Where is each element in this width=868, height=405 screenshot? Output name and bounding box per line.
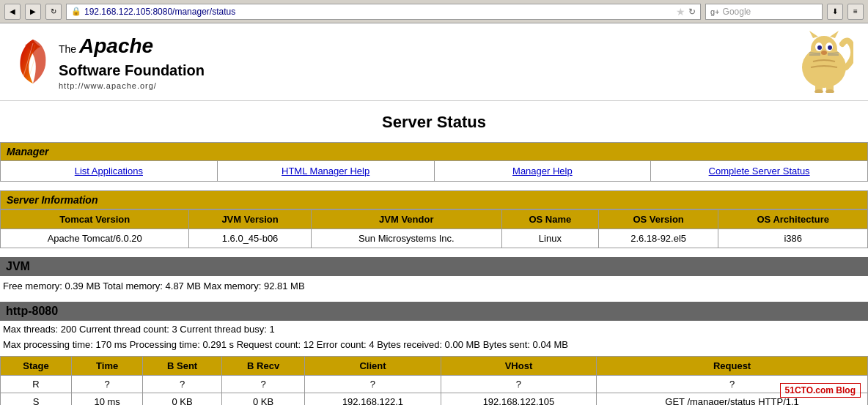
col-stage: Stage bbox=[1, 357, 72, 376]
browser-chrome: ◀ ▶ ↻ 🔒 192.168.122.105:8080/manager/sta… bbox=[0, 0, 868, 23]
url-bar[interactable]: 🔒 192.168.122.105:8080/manager/status ★ … bbox=[66, 4, 701, 20]
refresh-button[interactable]: ↻ bbox=[45, 4, 62, 20]
col-tomcat-version: Tomcat Version bbox=[1, 210, 189, 229]
html-manager-help-cell: HTML Manager Help bbox=[218, 161, 435, 181]
tomcat-version-value: Apache Tomcat/6.0.20 bbox=[1, 229, 189, 248]
html-manager-help-link[interactable]: HTML Manager Help bbox=[282, 166, 369, 177]
jvm-version-value: 1.6.0_45-b06 bbox=[189, 229, 311, 248]
list-applications-link[interactable]: List Applications bbox=[75, 166, 143, 177]
stage-r-bsent: ? bbox=[143, 376, 222, 393]
col-client: Client bbox=[305, 357, 441, 376]
http-section: http-8080 Max threads: 200 Current threa… bbox=[0, 302, 868, 405]
manager-help-link[interactable]: Manager Help bbox=[512, 166, 573, 177]
col-jvm-vendor: JVM Vendor bbox=[311, 210, 501, 229]
page-title: Server Status bbox=[0, 101, 868, 142]
apache-title: The Apache Software Foundation http://ww… bbox=[59, 31, 205, 92]
manager-section: Manager List Applications HTML Manager H… bbox=[0, 142, 868, 182]
url-text: 192.168.122.105:8080/manager/status bbox=[84, 7, 673, 17]
svg-marker-5 bbox=[809, 31, 818, 38]
complete-server-status-cell: Complete Server Status bbox=[651, 161, 867, 181]
apache-feather-icon bbox=[15, 36, 51, 87]
list-applications-cell: List Applications bbox=[1, 161, 218, 181]
manager-section-header: Manager bbox=[0, 142, 868, 161]
search-bar[interactable]: g+ Google bbox=[705, 4, 823, 20]
download-button[interactable]: ⬇ bbox=[827, 4, 843, 20]
tomcat-logo-icon bbox=[773, 31, 853, 93]
google-icon: g+ bbox=[710, 7, 720, 16]
stage-row-1: R ? ? ? ? ? ? bbox=[1, 376, 868, 393]
jvm-vendor-value: Sun Microsystems Inc. bbox=[311, 229, 501, 248]
http-section-header: http-8080 bbox=[0, 302, 868, 321]
stage-s-stage: S bbox=[1, 393, 72, 406]
svg-marker-6 bbox=[830, 31, 839, 38]
apache-logo-section: The Apache Software Foundation http://ww… bbox=[15, 31, 205, 92]
col-time: Time bbox=[72, 357, 143, 376]
apache-header: The Apache Software Foundation http://ww… bbox=[0, 23, 868, 101]
stage-r-stage: R bbox=[1, 376, 72, 393]
os-arch-value: i386 bbox=[718, 229, 868, 248]
stage-s-time: 10 ms bbox=[72, 393, 143, 406]
apache-the: The Apache bbox=[59, 31, 205, 60]
jvm-section-header: JVM bbox=[0, 257, 868, 276]
server-info-table: Tomcat Version JVM Version JVM Vendor OS… bbox=[0, 209, 868, 248]
col-jvm-version: JVM Version bbox=[189, 210, 311, 229]
svg-point-11 bbox=[821, 51, 827, 55]
http-info-line2: Max processing time: 170 ms Processing t… bbox=[0, 336, 868, 352]
stage-s-bsent: 0 KB bbox=[143, 393, 222, 406]
stage-r-time: ? bbox=[72, 376, 143, 393]
stage-header-row: Stage Time B Sent B Recv Client VHost Re… bbox=[1, 357, 868, 376]
stage-s-brecv: 0 KB bbox=[222, 393, 305, 406]
page-content: The Apache Software Foundation http://ww… bbox=[0, 23, 868, 405]
search-placeholder: Google bbox=[723, 7, 751, 17]
stage-r-brecv: ? bbox=[222, 376, 305, 393]
apache-software-foundation: Software Foundation bbox=[59, 60, 205, 81]
col-bsent: B Sent bbox=[143, 357, 222, 376]
svg-point-4 bbox=[811, 36, 837, 62]
server-info-section-header: Server Information bbox=[0, 190, 868, 209]
col-os-version: OS Version bbox=[598, 210, 718, 229]
col-os-name: OS Name bbox=[501, 210, 598, 229]
svg-point-9 bbox=[817, 45, 822, 50]
stage-row-2: S 10 ms 0 KB 0 KB 192.168.122.1 192.168.… bbox=[1, 393, 868, 406]
stage-table: Stage Time B Sent B Recv Client VHost Re… bbox=[0, 356, 868, 405]
os-name-value: Linux bbox=[501, 229, 598, 248]
back-button[interactable]: ◀ bbox=[4, 4, 21, 20]
complete-server-status-link[interactable]: Complete Server Status bbox=[709, 166, 810, 177]
jvm-info: Free memory: 0.39 MB Total memory: 4.87 … bbox=[0, 276, 868, 296]
manager-links: List Applications HTML Manager Help Mana… bbox=[0, 161, 868, 182]
os-version-value: 2.6.18-92.el5 bbox=[598, 229, 718, 248]
svg-point-10 bbox=[828, 45, 832, 50]
http-info-line1: Max threads: 200 Current thread count: 3… bbox=[0, 321, 868, 336]
jvm-section: JVM Free memory: 0.39 MB Total memory: 4… bbox=[0, 257, 868, 296]
server-info-section: Server Information Tomcat Version JVM Ve… bbox=[0, 190, 868, 248]
manager-help-cell: Manager Help bbox=[435, 161, 652, 181]
server-info-data-row: Apache Tomcat/6.0.20 1.6.0_45-b06 Sun Mi… bbox=[1, 229, 868, 248]
stage-s-client: 192.168.122.1 bbox=[305, 393, 441, 406]
stage-s-vhost: 192.168.122.105 bbox=[441, 393, 596, 406]
stage-r-vhost: ? bbox=[441, 376, 596, 393]
col-os-arch: OS Architecture bbox=[718, 210, 868, 229]
col-brecv: B Recv bbox=[222, 357, 305, 376]
watermark: 51CTO.com Blog bbox=[780, 383, 861, 398]
forward-button[interactable]: ▶ bbox=[25, 4, 41, 20]
col-request: Request bbox=[597, 357, 868, 376]
col-vhost: VHost bbox=[441, 357, 596, 376]
server-info-header-row: Tomcat Version JVM Version JVM Vendor OS… bbox=[1, 210, 868, 229]
stage-r-client: ? bbox=[305, 376, 441, 393]
apache-url: http://www.apache.org/ bbox=[59, 81, 205, 92]
menu-button[interactable]: ≡ bbox=[847, 4, 864, 20]
